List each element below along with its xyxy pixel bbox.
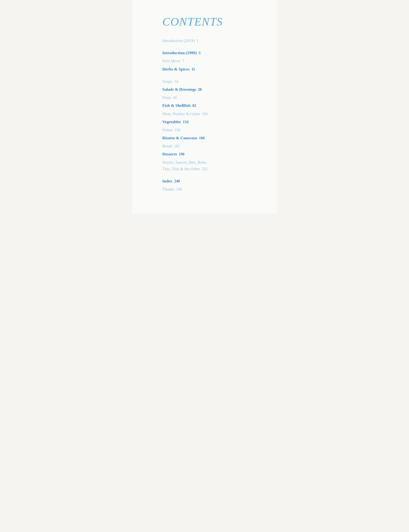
toc-section-intro1999-group: Introduction (1999) 3 First Move 7 Herbs… [162,49,247,72]
toc-item-label-pulses: Pulses [162,127,173,133]
toc-item-label-soups: Soups [162,78,173,84]
toc-item-firstmove: First Move 7 [162,57,247,64]
toc-section-intro2019: Introduction (2019) 1 [162,37,247,44]
toc-item-soups: Soups 14 [162,78,247,84]
toc-item-intro1999: Introduction (1999) 3 [162,49,247,56]
toc-item-page-vegetables: 134 [183,119,188,125]
toc-item-page-meat: 106 [202,111,208,117]
toc-item-label-thanks: Thanks [162,186,175,192]
toc-item-page-stocks: 222 [202,166,207,172]
toc-item-page-herbs-spices: 11 [191,66,195,72]
toc-item-label-stocks-line2: This, That & the Other [162,165,200,172]
toc-item-meat: Meat, Poultry & Game 106 [162,110,247,117]
page-title: CONTENTS [162,15,247,28]
page: CONTENTS Introduction (2019) 1 Introduct… [132,0,277,213]
toc-item-pasta: Pasta 44 [162,94,247,101]
toc-item-label-desserts: Desserts [162,151,177,157]
toc-item-label-pasta: Pasta [162,94,171,101]
toc-item-page-pulses: 156 [175,127,180,133]
toc-item-page-salads: 28 [198,86,202,92]
toc-item-label-index: Index [162,178,173,184]
toc-item-page-bread: 182 [174,143,180,149]
toc-item-label-vegetables: Vegetables [162,119,181,125]
toc-item-page-desserts: 196 [179,151,185,157]
toc-item-page-fish: 82 [192,102,196,109]
toc-item-index: Index 240 [162,178,247,184]
toc-item-risotto: Risotto & Couscous 168 [162,135,247,141]
toc-item-label-risotto: Risotto & Couscous [162,135,197,141]
toc-item-page-intro1999: 3 [199,50,200,56]
toc-item-thanks: Thanks 248 [162,186,247,192]
toc-section-main-recipes: Soups 14 Salads & Dressings 28 Pasta 44 … [162,78,247,172]
toc-item-page-firstmove: 7 [182,58,184,64]
toc-item-desserts: Desserts 196 [162,151,247,157]
toc-item-page-intro2019: 1 [196,38,198,44]
toc-item-stocks: Stocks, Sauces, Bits, Bobs, This, That &… [162,159,247,172]
toc-item-herbs-spices: Herbs & Spices 11 [162,66,247,72]
toc-item-label-stocks-line1: Stocks, Sauces, Bits, Bobs, [162,159,207,165]
toc-item-label-meat: Meat, Poultry & Game [162,110,200,117]
toc-item-label-bread: Bread [162,143,172,149]
toc-item-page-pasta: 44 [173,94,177,101]
toc-item-page-soups: 14 [174,78,178,84]
toc-item-page-thanks: 248 [176,186,182,192]
toc-item-page-risotto: 168 [199,135,204,141]
toc-item-label-salads: Salads & Dressings [162,86,196,93]
toc-item-pulses: Pulses 156 [162,127,247,133]
toc-item-label-intro1999: Introduction (1999) [162,49,197,56]
toc-item-label-firstmove: First Move [162,57,181,64]
toc-item-intro2019: Introduction (2019) 1 [162,37,247,44]
toc-item-label-fish: Fish & Shellfish [162,102,191,109]
toc-section-back-matter: Index 240 Thanks 248 [162,178,247,192]
toc-item-salads: Salads & Dressings 28 [162,86,247,93]
toc-item-fish: Fish & Shellfish 82 [162,102,247,109]
toc-item-bread: Bread 182 [162,143,247,149]
toc-item-page-index: 240 [174,178,180,184]
toc-item-label-intro2019: Introduction (2019) [162,37,195,44]
toc-item-vegetables: Vegetables 134 [162,119,247,125]
toc-item-label-herbs-spices: Herbs & Spices [162,66,190,72]
